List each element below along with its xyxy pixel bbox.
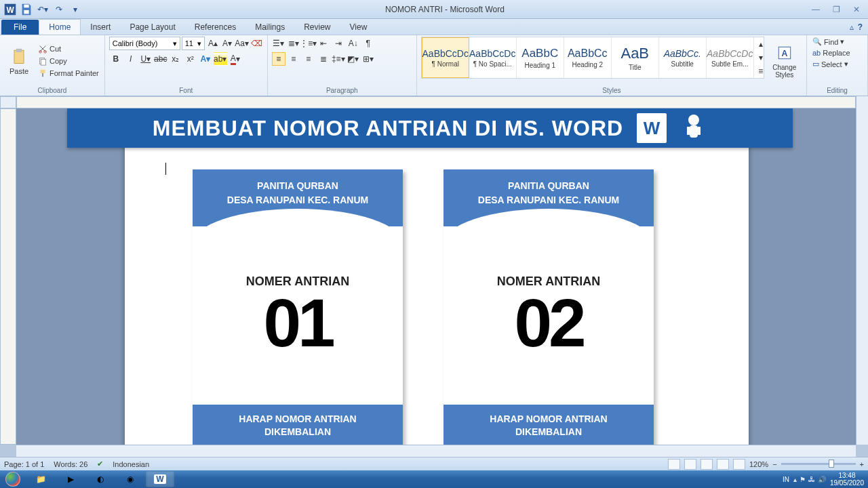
word-task-icon[interactable]: W — [146, 471, 174, 487]
tray-icons[interactable]: ▴⚑🖧🔊 — [793, 476, 826, 483]
style-subtle-em[interactable]: AaBbCcDcSubtle Em... — [707, 37, 754, 78]
grow-font-icon[interactable]: A▴ — [206, 37, 219, 50]
copy-button[interactable]: Copy — [37, 56, 100, 66]
style-no-spacing[interactable]: AaBbCcDc¶ No Spaci... — [469, 37, 517, 78]
horizontal-ruler[interactable] — [16, 96, 856, 108]
font-size-combo[interactable]: 11▾ — [182, 37, 205, 50]
style-heading1[interactable]: AaBbCHeading 1 — [517, 37, 564, 78]
subscript-button[interactable]: x₂ — [169, 52, 182, 66]
canvas[interactable]: PANITIA QURBANDESA RANUPANI KEC. RANUM N… — [16, 108, 856, 445]
vertical-scrollbar[interactable] — [856, 96, 868, 445]
sort-icon[interactable]: A↓ — [347, 37, 360, 50]
explorer-task-icon[interactable]: 📁 — [26, 471, 55, 487]
volume-icon[interactable]: 🔊 — [818, 476, 826, 483]
tab-mailings[interactable]: Mailings — [245, 20, 294, 35]
ruler-corner[interactable] — [0, 96, 16, 108]
print-layout-view-icon[interactable] — [668, 459, 680, 470]
change-case-icon[interactable]: Aa▾ — [235, 37, 249, 50]
cut-button[interactable]: Cut — [37, 43, 100, 54]
zoom-in-icon[interactable]: + — [860, 460, 864, 468]
start-button[interactable] — [0, 470, 26, 488]
flag-icon[interactable]: ▴ — [793, 476, 797, 483]
qat-more-icon[interactable]: ▾ — [68, 3, 83, 16]
status-proof-icon[interactable]: ✔ — [97, 460, 103, 468]
media-task-icon[interactable]: ▶ — [56, 471, 85, 487]
help-icon[interactable]: ? — [858, 22, 863, 32]
align-right-icon[interactable]: ≡ — [302, 52, 315, 66]
style-heading2[interactable]: AaBbCcHeading 2 — [564, 37, 612, 78]
style-normal[interactable]: AaBbCcDc¶ Normal — [422, 37, 469, 78]
outline-view-icon[interactable] — [717, 459, 729, 470]
minimize-button[interactable]: — — [807, 3, 825, 16]
justify-icon[interactable]: ≣ — [317, 52, 330, 66]
close-button[interactable]: ✕ — [848, 3, 865, 16]
change-styles-button[interactable]: A Change Styles — [767, 37, 802, 85]
draft-view-icon[interactable] — [733, 459, 745, 470]
page[interactable]: PANITIA QURBANDESA RANUPANI KEC. RANUM N… — [125, 142, 749, 445]
app-task-icon[interactable]: ◐ — [86, 471, 115, 487]
word-icon[interactable]: W — [3, 3, 18, 16]
styles-down-icon[interactable]: ▾ — [754, 51, 768, 64]
highlight-icon[interactable]: ab▾ — [214, 52, 227, 66]
bold-button[interactable]: B — [109, 52, 123, 66]
status-words[interactable]: Words: 26 — [54, 460, 87, 468]
italic-button[interactable]: I — [124, 52, 138, 66]
tab-page-layout[interactable]: Page Layout — [120, 20, 184, 35]
shading-icon[interactable]: ◩▾ — [347, 52, 360, 66]
align-center-icon[interactable]: ≡ — [287, 52, 300, 66]
undo-icon[interactable]: ↶▾ — [35, 3, 50, 16]
text-effects-icon[interactable]: A▾ — [199, 52, 212, 66]
strike-button[interactable]: abc — [154, 52, 167, 66]
fullscreen-view-icon[interactable] — [684, 459, 696, 470]
shrink-font-icon[interactable]: A▾ — [221, 37, 234, 50]
superscript-button[interactable]: x² — [184, 52, 197, 66]
ticket-card-2[interactable]: PANITIA QURBANDESA RANUPANI KEC. RANUM N… — [443, 169, 654, 445]
action-center-icon[interactable]: ⚑ — [800, 476, 806, 483]
borders-icon[interactable]: ⊞▾ — [361, 52, 375, 66]
save-icon[interactable] — [19, 3, 34, 16]
status-page[interactable]: Page: 1 of 1 — [4, 460, 44, 468]
web-layout-view-icon[interactable] — [701, 459, 713, 470]
minimize-ribbon-icon[interactable]: ▵ — [850, 22, 854, 32]
format-painter-button[interactable]: Format Painter — [37, 68, 100, 79]
style-subtitle[interactable]: AaBbCc.Subtitle — [659, 37, 707, 78]
multilevel-icon[interactable]: ⋮≡▾ — [302, 37, 315, 50]
find-button[interactable]: 🔍Find ▾ — [811, 37, 863, 47]
clock[interactable]: 13:4819/05/2020 — [830, 472, 864, 487]
underline-button[interactable]: U▾ — [139, 52, 153, 66]
style-title[interactable]: AaBTitle — [612, 37, 659, 78]
font-name-combo[interactable]: Calibri (Body)▾ — [109, 37, 180, 50]
align-left-icon[interactable]: ≡ — [272, 52, 285, 66]
line-spacing-icon[interactable]: ‡≡▾ — [332, 52, 345, 66]
network-icon[interactable]: 🖧 — [808, 476, 815, 483]
bullets-icon[interactable]: ☰▾ — [272, 37, 285, 50]
tab-file[interactable]: File — [1, 20, 39, 35]
vertical-ruler[interactable] — [0, 108, 16, 445]
tab-view[interactable]: View — [340, 20, 377, 35]
tab-insert[interactable]: Insert — [81, 20, 120, 35]
select-button[interactable]: ▭Select ▾ — [811, 59, 863, 69]
redo-icon[interactable]: ↷ — [52, 3, 66, 16]
status-language[interactable]: Indonesian — [113, 460, 149, 468]
styles-up-icon[interactable]: ▴ — [754, 37, 768, 51]
restore-button[interactable]: ❐ — [827, 3, 845, 16]
decrease-indent-icon[interactable]: ⇤ — [317, 37, 330, 50]
tab-references[interactable]: References — [185, 20, 245, 35]
increase-indent-icon[interactable]: ⇥ — [332, 37, 345, 50]
tab-review[interactable]: Review — [294, 20, 340, 35]
zoom-level[interactable]: 120% — [749, 460, 768, 468]
zoom-out-icon[interactable]: − — [772, 460, 776, 468]
paste-button[interactable]: Paste — [4, 37, 34, 85]
tray-lang[interactable]: IN — [783, 476, 789, 483]
show-marks-icon[interactable]: ¶ — [361, 37, 375, 50]
horizontal-scrollbar[interactable] — [16, 445, 856, 457]
tab-home[interactable]: Home — [39, 19, 81, 35]
zoom-slider[interactable] — [781, 463, 856, 465]
font-color-icon[interactable]: A▾ — [229, 52, 242, 66]
clear-format-icon[interactable]: ⌫ — [250, 37, 263, 50]
numbering-icon[interactable]: ≣▾ — [287, 37, 300, 50]
ticket-card-1[interactable]: PANITIA QURBANDESA RANUPANI KEC. RANUM N… — [193, 169, 403, 445]
replace-button[interactable]: abReplace — [811, 48, 863, 58]
styles-more-icon[interactable]: ≡ — [754, 64, 768, 78]
styles-gallery[interactable]: AaBbCcDc¶ Normal AaBbCcDc¶ No Spaci... A… — [421, 37, 764, 79]
